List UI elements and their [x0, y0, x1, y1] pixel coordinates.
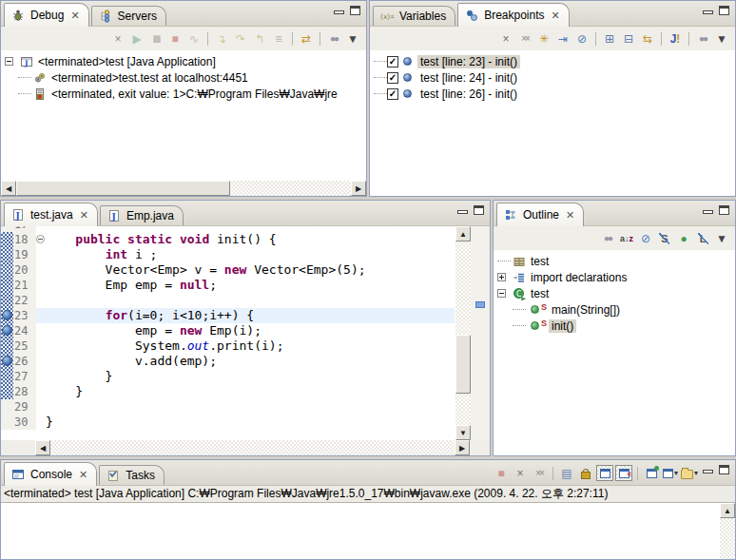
suspend-on-java-exceptions-icon[interactable]: J!: [667, 30, 684, 47]
close-icon[interactable]: ✕: [552, 10, 560, 22]
code-line[interactable]: 25 System.out.print(i);: [1, 338, 455, 354]
minimize-icon[interactable]: [703, 210, 713, 214]
breakpoint-row[interactable]: ✓test [line: 26] - init(): [370, 86, 735, 102]
view-menu-icon[interactable]: ▼: [713, 30, 730, 47]
annotation-ruler[interactable]: [1, 262, 13, 278]
annotation-ruler[interactable]: [1, 384, 13, 399]
view-menu-icon[interactable]: ▼: [713, 230, 730, 246]
resume-icon[interactable]: ▶: [128, 30, 145, 47]
suspend-icon[interactable]: ▮▮: [147, 30, 165, 47]
fold-column[interactable]: [36, 293, 46, 308]
remove-selected-icon[interactable]: ×: [497, 30, 514, 47]
tab-tasks[interactable]: Tasks: [99, 465, 165, 485]
scroll-up-icon[interactable]: ▲: [455, 226, 471, 241]
maximize-icon[interactable]: [719, 205, 729, 215]
code-line[interactable]: 27 }: [1, 369, 455, 384]
fold-column[interactable]: [36, 338, 46, 354]
code-text[interactable]: v.add(emp);: [46, 354, 455, 369]
maximize-icon[interactable]: [474, 205, 484, 215]
fold-column[interactable]: [36, 308, 46, 323]
scroll-track[interactable]: [16, 181, 351, 196]
tab-outline[interactable]: Outline✕: [496, 203, 584, 226]
tab-console[interactable]: Console✕: [4, 462, 97, 486]
code-line[interactable]: 18 public static void init() {: [1, 232, 455, 247]
display-selected-console-icon[interactable]: ▾: [662, 465, 679, 481]
breakpoint-row[interactable]: ✓test [line: 23] - init(): [370, 53, 735, 69]
outline-item[interactable]: test: [494, 253, 735, 269]
hide-static-members-icon[interactable]: S: [656, 230, 673, 246]
overview-annotation[interactable]: [475, 301, 485, 308]
code-text[interactable]: emp = new Emp(i);: [46, 323, 455, 338]
code-line[interactable]: 24 emp = new Emp(i);: [1, 323, 455, 338]
view-menu-icon[interactable]: ▼: [344, 30, 361, 47]
code-line[interactable]: 20 Vector<Emp> v = new Vector<Emp>(5);: [1, 262, 455, 278]
tab-test-java[interactable]: Jtest.java✕: [4, 203, 98, 226]
fold-column[interactable]: [36, 384, 46, 399]
tab-breakpoints[interactable]: Breakpoints✕: [457, 3, 570, 27]
close-icon[interactable]: ✕: [70, 10, 79, 22]
fold-column[interactable]: [36, 354, 46, 369]
scroll-right-icon[interactable]: ▶: [351, 181, 366, 196]
scroll-track[interactable]: [50, 440, 470, 455]
open-console-icon[interactable]: ▾: [681, 465, 698, 481]
sort-icon[interactable]: a↓z: [618, 230, 635, 246]
hide-local-types-icon[interactable]: L: [694, 230, 711, 246]
fold-column[interactable]: [36, 415, 46, 430]
scroll-down-icon[interactable]: ▼: [455, 425, 471, 440]
breakpoint-dot-icon[interactable]: [2, 325, 12, 336]
maximize-icon[interactable]: [350, 6, 360, 15]
debug-hscrollbar[interactable]: ◀ ▶: [1, 181, 366, 196]
focus-on-active-task-icon[interactable]: ●●: [694, 30, 711, 47]
scroll-track[interactable]: [720, 518, 735, 559]
close-icon[interactable]: ✕: [566, 209, 574, 222]
code-text[interactable]: Emp emp = null;: [46, 278, 455, 293]
remove-all-terminated-icon[interactable]: ×: [109, 30, 126, 47]
code-text[interactable]: int i ;: [46, 247, 455, 262]
remove-launch-icon[interactable]: ×: [512, 465, 529, 481]
editor-vscrollbar[interactable]: ▲ ▼: [455, 226, 471, 440]
minimize-icon[interactable]: [334, 10, 344, 14]
remove-all-icon[interactable]: ××: [516, 30, 533, 47]
maximize-icon[interactable]: [719, 6, 729, 15]
step-return-icon[interactable]: ↰: [251, 30, 268, 47]
debug-tree-item[interactable]: J<terminated>test [Java Application]: [1, 53, 366, 69]
code-editor[interactable]: 1718 public static void init() {19 int i…: [1, 226, 490, 440]
breakpoint-row[interactable]: ✓test [line: 24] - init(): [370, 69, 735, 86]
debug-tree-item[interactable]: <terminated, exit value: 1>C:₩Program Fi…: [1, 86, 366, 102]
breakpoint-dot-icon[interactable]: [2, 310, 12, 320]
tab-servers[interactable]: Servers: [91, 6, 166, 26]
fold-column[interactable]: [36, 323, 46, 338]
step-into-icon[interactable]: ↴: [213, 30, 230, 47]
collapse-all-icon[interactable]: ⊟: [620, 30, 637, 47]
drop-to-frame-icon[interactable]: ≡: [270, 30, 287, 47]
tab-variables[interactable]: (x)=Variables: [373, 6, 455, 26]
hide-fields-icon[interactable]: ⊘: [637, 230, 654, 246]
scroll-up-icon[interactable]: ▲: [720, 503, 735, 518]
terminate-icon[interactable]: ■: [493, 465, 510, 481]
breakpoint-checkbox[interactable]: ✓: [387, 72, 398, 84]
maximize-icon[interactable]: [719, 465, 729, 474]
console-vscrollbar[interactable]: ▲: [720, 503, 735, 559]
fold-column[interactable]: [36, 247, 46, 262]
fold-column[interactable]: [36, 399, 46, 415]
annotation-ruler[interactable]: [1, 293, 13, 308]
scroll-right-icon[interactable]: ▶: [455, 440, 470, 455]
annotation-ruler[interactable]: [1, 323, 13, 338]
step-over-icon[interactable]: ↷: [232, 30, 249, 47]
close-icon[interactable]: ✕: [79, 469, 87, 481]
use-step-filters-icon[interactable]: ⇄: [298, 30, 315, 47]
show-supported-breakpoints-icon[interactable]: ✳: [535, 30, 552, 47]
code-text[interactable]: [46, 399, 455, 415]
expander-icon[interactable]: [497, 273, 506, 281]
annotation-ruler[interactable]: [1, 338, 13, 354]
go-to-file-for-breakpoint-icon[interactable]: ⇥: [554, 30, 571, 47]
annotation-ruler[interactable]: [1, 232, 13, 247]
scroll-left-icon[interactable]: ◀: [1, 181, 16, 196]
expander-icon[interactable]: [497, 289, 506, 298]
breakpoint-dot-icon[interactable]: [2, 356, 12, 366]
open-console-pin-icon[interactable]: [643, 465, 660, 481]
fold-column[interactable]: [36, 278, 46, 293]
code-line[interactable]: 19 int i ;: [1, 247, 455, 262]
disconnect-icon[interactable]: ∿: [185, 30, 203, 47]
code-line[interactable]: 28 }: [1, 384, 455, 399]
